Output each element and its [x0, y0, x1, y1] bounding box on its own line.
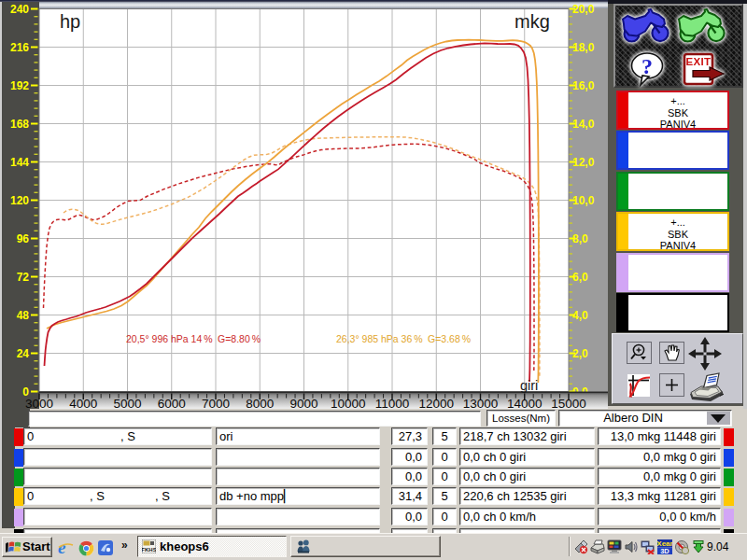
svg-text:12,0: 12,0: [572, 156, 595, 169]
svg-text:?: ?: [641, 54, 653, 78]
svg-text:240: 240: [10, 3, 29, 16]
svg-text:48: 48: [17, 309, 30, 322]
svg-text:mkg: mkg: [514, 11, 550, 32]
svg-text:10,0: 10,0: [572, 194, 595, 207]
svg-text:hp: hp: [60, 11, 80, 32]
svg-text:96: 96: [17, 232, 30, 245]
svg-text:16,0: 16,0: [572, 79, 595, 92]
svg-text:144: 144: [10, 156, 29, 169]
svg-text:168: 168: [10, 118, 29, 131]
svg-text:G=8.80 %: G=8.80 %: [218, 333, 261, 344]
svg-text:192: 192: [10, 79, 29, 92]
svg-text:18,0: 18,0: [572, 41, 595, 54]
svg-text:216: 216: [10, 41, 29, 54]
svg-text:EXIT: EXIT: [686, 56, 712, 67]
svg-text:20,0: 20,0: [572, 3, 595, 16]
svg-text:giri: giri: [520, 378, 538, 393]
svg-text:120: 120: [10, 194, 29, 207]
svg-text:72: 72: [17, 271, 30, 284]
svg-text:3D: 3D: [660, 547, 669, 554]
svg-text:FKHS: FKHS: [142, 547, 156, 553]
svg-text:G=3.68 %: G=3.68 %: [428, 333, 471, 344]
svg-text:20,5° 996 hPa 14 %: 20,5° 996 hPa 14 %: [126, 333, 213, 344]
svg-text:26,3° 985 hPa 36 %: 26,3° 985 hPa 36 %: [336, 333, 423, 344]
svg-text:14,0: 14,0: [572, 118, 595, 131]
svg-text:24: 24: [17, 347, 30, 360]
